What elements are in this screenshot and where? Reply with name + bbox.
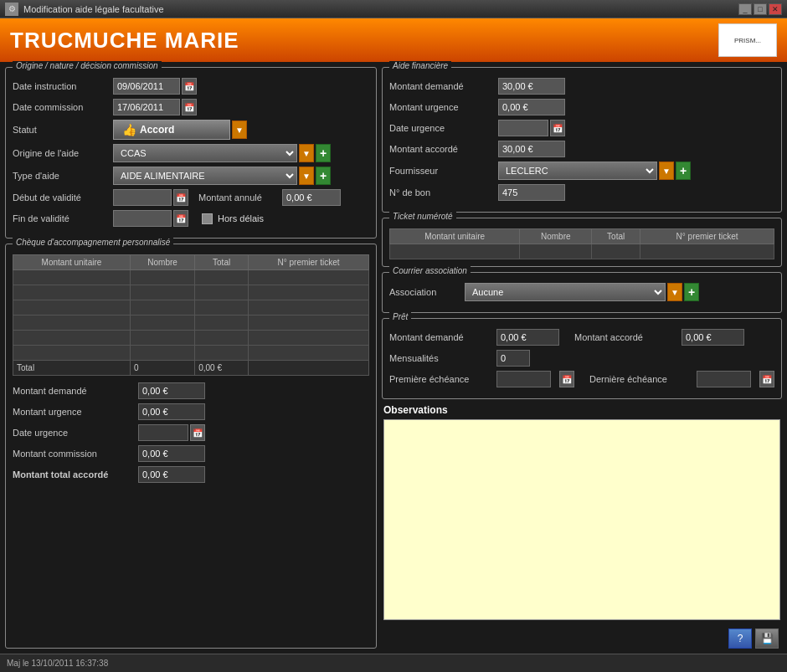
minimize-button[interactable]: _ [738, 3, 752, 15]
date-instruction-cal-button[interactable]: 📅 [182, 78, 197, 95]
help-button[interactable]: ? [728, 628, 752, 649]
af-montant-accorde-row: Montant accordé [389, 141, 774, 157]
cheque-montant-urgence-label: Montant urgence [13, 407, 138, 417]
origine-aide-dropdown-container: CCAS ▼ + [113, 144, 331, 162]
association-select[interactable]: Aucune [465, 283, 666, 301]
accord-button[interactable]: 👍 Accord [113, 120, 230, 140]
maximize-button[interactable]: □ [754, 3, 767, 15]
cheque-montant-demande-label: Montant demandé [13, 386, 138, 396]
cheque-total-row: Total 0 0,00 € [13, 361, 369, 376]
debut-validite-cal-button[interactable]: 📅 [173, 189, 188, 206]
cheque-total-label: Total [13, 361, 131, 376]
cheque-date-urgence-cal-button[interactable]: 📅 [190, 424, 205, 441]
pret-montant-accorde-input[interactable] [682, 329, 744, 346]
debut-validite-label: Début de validité [13, 192, 113, 203]
cheque-montant-total-input[interactable] [138, 466, 205, 483]
fournisseur-arrow-btn[interactable]: ▼ [659, 162, 674, 180]
close-button[interactable]: ✕ [769, 3, 782, 15]
pret-mensualites-input[interactable] [496, 350, 530, 367]
cheque-montant-commission-row: Montant commission [13, 445, 369, 462]
observations-section: Observations [382, 404, 782, 620]
table-row[interactable] [13, 346, 369, 361]
fournisseur-dropdown-container: LECLERC ▼ + [498, 162, 691, 180]
debut-validite-input[interactable] [113, 189, 172, 206]
right-panel: Aide financière Montant demandé Montant … [382, 67, 782, 649]
statut-dropdown-arrow[interactable]: ▼ [232, 121, 247, 139]
pret-premiere-cal-button[interactable]: 📅 [559, 371, 574, 387]
table-row[interactable] [13, 270, 369, 285]
table-row[interactable] [13, 285, 369, 300]
cheque-montant-demande-input[interactable] [138, 382, 205, 399]
af-date-urgence-row: Date urgence 📅 [389, 120, 774, 136]
cheque-montant-demande-row: Montant demandé [13, 382, 369, 399]
origine-aide-arrow-btn[interactable]: ▼ [299, 144, 314, 162]
origine-aide-select[interactable]: CCAS [113, 144, 297, 162]
origine-aide-add-btn[interactable]: + [316, 144, 331, 162]
montant-annule-label: Montant annulé [198, 192, 282, 203]
montant-annule-input[interactable] [282, 189, 341, 206]
af-num-bon-input[interactable] [498, 184, 565, 201]
hors-delais-checkbox[interactable] [202, 213, 213, 224]
af-fournisseur-label: Fournisseur [389, 166, 498, 176]
ticket-col-total: Total [592, 229, 640, 244]
observations-textarea[interactable] [383, 419, 780, 620]
af-montant-accorde-input[interactable] [498, 141, 565, 157]
af-num-bon-label: N° de bon [389, 187, 498, 197]
af-fournisseur-row: Fournisseur LECLERC ▼ + [389, 162, 774, 180]
pret-premiere-echeance-input[interactable] [496, 371, 551, 387]
ticket-col-ticket: N° premier ticket [640, 229, 774, 244]
app-logo: PRISM... [718, 23, 777, 57]
date-instruction-input[interactable] [113, 78, 180, 95]
date-commission-cal-button[interactable]: 📅 [182, 99, 197, 115]
type-aide-select[interactable]: AIDE ALIMENTAIRE [113, 167, 297, 185]
cheque-date-urgence-label: Date urgence [13, 428, 138, 438]
aide-financiere-title: Aide financière [389, 61, 451, 70]
cheque-date-urgence-input[interactable] [138, 424, 188, 441]
cheque-col-ticket: N° premier ticket [249, 255, 369, 270]
cheque-table: Montant unitaire Nombre Total N° premier… [13, 254, 369, 376]
af-date-urgence-cal-button[interactable]: 📅 [550, 120, 565, 136]
fournisseur-select[interactable]: LECLERC [498, 162, 657, 180]
table-row[interactable] [13, 331, 369, 346]
table-row[interactable] [13, 315, 369, 331]
ticket-title: Ticket numéroté [389, 212, 456, 221]
association-arrow-btn[interactable]: ▼ [667, 283, 682, 301]
fin-validite-cal-button[interactable]: 📅 [173, 210, 188, 227]
cheque-group: Chèque d'accompagnement personnalisé Mon… [5, 244, 377, 649]
date-instruction-row: Date instruction 📅 [13, 78, 369, 95]
save-button[interactable]: 💾 [755, 628, 779, 649]
fin-validite-input[interactable] [113, 210, 172, 227]
type-aide-arrow-btn[interactable]: ▼ [299, 167, 314, 185]
cheque-total-nombre: 0 [130, 361, 194, 376]
pret-derniere-echeance-label: Dernière échéance [589, 374, 690, 384]
pret-derniere-echeance-input[interactable] [697, 371, 751, 387]
pret-echeances-row: Première échéance 📅 Dernière échéance 📅 [389, 371, 774, 387]
origine-group: Origine / nature / décision commission D… [5, 67, 377, 239]
thumb-icon: 👍 [122, 123, 136, 136]
type-aide-add-btn[interactable]: + [316, 167, 331, 185]
fournisseur-add-btn[interactable]: + [676, 162, 691, 180]
pret-montant-demande-input[interactable] [496, 329, 559, 346]
help-icon: ? [738, 633, 743, 644]
af-date-urgence-input[interactable] [498, 120, 548, 136]
pret-derniere-cal-button[interactable]: 📅 [759, 371, 774, 387]
app-header: TRUCMUCHE MARIE PRISM... [0, 18, 787, 62]
action-buttons-row: ? 💾 [382, 625, 782, 649]
cheque-montant-urgence-input[interactable] [138, 403, 205, 420]
origine-aide-row: Origine de l'aide CCAS ▼ + [13, 144, 369, 162]
statut-row: Statut 👍 Accord ▼ [13, 120, 369, 140]
table-row[interactable] [390, 244, 774, 259]
date-commission-input[interactable] [113, 99, 180, 115]
af-montant-urgence-row: Montant urgence [389, 99, 774, 115]
cheque-montant-commission-input[interactable] [138, 445, 205, 462]
af-montant-urgence-input[interactable] [498, 99, 565, 115]
date-instruction-label: Date instruction [13, 81, 113, 91]
ticket-col-montant: Montant unitaire [390, 229, 520, 244]
af-montant-demande-input[interactable] [498, 78, 565, 95]
association-add-btn[interactable]: + [684, 283, 699, 301]
cheque-date-urgence-row: Date urgence 📅 [13, 424, 369, 441]
status-bar: Maj le 13/10/2011 16:37:38 [0, 654, 787, 672]
observations-title: Observations [383, 404, 780, 416]
af-montant-demande-label: Montant demandé [389, 81, 498, 91]
table-row[interactable] [13, 300, 369, 315]
